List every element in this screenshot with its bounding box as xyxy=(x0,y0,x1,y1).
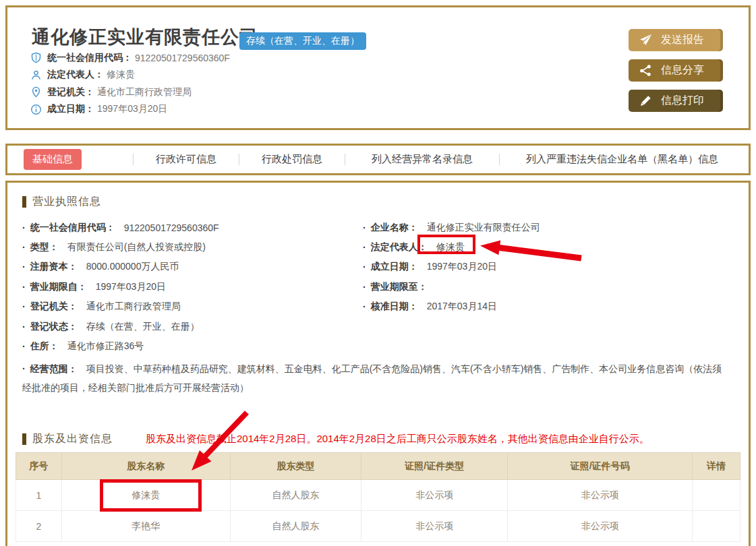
pencil-icon xyxy=(639,94,652,107)
field-registered-capital: 注册资本：8000.000000万人民币 xyxy=(22,257,359,277)
tab-divider xyxy=(345,154,345,165)
registry-label: 登记机关： xyxy=(47,86,94,98)
cell-detail xyxy=(693,480,740,511)
tab-divider xyxy=(499,154,500,165)
business-license-section-title: 营业执照信息 xyxy=(22,195,101,209)
cell-cert-type: 非公示项 xyxy=(361,480,508,511)
cell-index: 1 xyxy=(16,480,62,511)
field-term-to: 营业期限至： xyxy=(363,277,743,297)
cell-shareholder-name: 李艳华 xyxy=(61,511,230,542)
paper-plane-icon xyxy=(639,34,652,47)
col-header-index: 序号 xyxy=(16,453,62,480)
registry-value: 通化市工商行政管理局 xyxy=(97,86,192,98)
table-row: 1 修涞贵 自然人股东 非公示项 非公示项 xyxy=(16,480,740,511)
company-info-list: 统一社会信用代码： 91220501729560360F 法定代表人： 修涞贵 … xyxy=(30,49,230,118)
cell-cert-type: 非公示项 xyxy=(361,511,508,542)
cell-shareholder-type: 自然人股东 xyxy=(230,480,361,511)
cell-shareholder-name: 修涞贵 xyxy=(61,480,230,511)
cell-cert-number: 非公示项 xyxy=(508,511,693,542)
field-registry-authority: 登记机关：通化市工商行政管理局 xyxy=(22,297,359,317)
shareholders-section-title: 股东及出资信息 股东及出资信息截止2014年2月28日。2014年2月28日之后… xyxy=(22,432,649,446)
print-info-button[interactable]: 信息打印 xyxy=(629,90,723,112)
page-title: 通化修正实业有限责任公司 xyxy=(32,25,258,49)
cell-cert-number: 非公示项 xyxy=(508,480,693,511)
col-header-cert-type: 证照/证件类型 xyxy=(361,453,508,480)
shareholders-notice: 股东及出资信息截止2014年2月28日。2014年2月28日之后工商只公示股东姓… xyxy=(146,433,649,446)
legal-rep-value: 修涞贵 xyxy=(107,69,135,81)
action-buttons: 发送报告 信息分享 信息打印 xyxy=(629,29,723,120)
field-business-scope: 经营范围：项目投资、中草药种植及药品研究、建筑材料、五金电料、化工产品(不含危险… xyxy=(22,359,731,397)
share-info-button[interactable]: 信息分享 xyxy=(629,59,723,82)
field-registration-status: 登记状态：存续（在营、开业、在册） xyxy=(22,317,359,336)
send-report-button[interactable]: 发送报告 xyxy=(629,29,723,51)
col-header-shareholder-type: 股东类型 xyxy=(230,453,361,480)
cell-detail xyxy=(693,511,740,542)
status-badge: 存续（在营、开业、在册） xyxy=(239,32,366,50)
tab-admin-penalty[interactable]: 行政处罚信息 xyxy=(262,153,322,166)
field-term-from: 营业期限自：1997年03月20日 xyxy=(22,277,359,297)
license-left-column: 统一社会信用代码：91220501729560360F 类型：有限责任公司(自然… xyxy=(22,218,359,357)
field-company-name: 企业名称：通化修正实业有限责任公司 xyxy=(363,218,743,237)
field-company-type: 类型：有限责任公司(自然人投资或控股) xyxy=(22,237,359,257)
location-icon xyxy=(30,86,42,98)
person-icon xyxy=(30,69,42,81)
cell-shareholder-type: 自然人股东 xyxy=(230,511,361,542)
table-row: 2 李艳华 自然人股东 非公示项 非公示项 xyxy=(16,511,740,542)
info-icon xyxy=(30,104,42,115)
shield-icon xyxy=(30,52,42,63)
field-legal-rep: 法定代表人：修涞贵 xyxy=(363,237,743,257)
founded-value: 1997年03月20日 xyxy=(97,103,167,115)
legal-rep-row: 法定代表人： 修涞贵 xyxy=(30,67,230,84)
tab-divider xyxy=(239,154,239,165)
tab-divider xyxy=(133,154,134,165)
field-address: 住所：通化市修正路36号 xyxy=(22,336,359,356)
shareholders-table: 序号 股东名称 股东类型 证照/证件类型 证照/证件号码 详情 1 修涞贵 自然… xyxy=(16,452,740,542)
license-info-grid: 统一社会信用代码：91220501729560360F 类型：有限责任公司(自然… xyxy=(22,218,743,357)
license-right-column: 企业名称：通化修正实业有限责任公司 法定代表人：修涞贵 成立日期：1997年03… xyxy=(363,218,743,317)
tab-blacklist[interactable]: 列入严重违法失信企业名单（黑名单）信息 xyxy=(526,153,718,166)
col-header-shareholder-name: 股东名称 xyxy=(61,453,230,480)
tab-abnormal-list[interactable]: 列入经营异常名录信息 xyxy=(372,153,473,166)
cell-index: 2 xyxy=(16,511,62,542)
share-icon xyxy=(639,64,652,77)
legal-rep-label: 法定代表人： xyxy=(47,69,104,81)
send-report-label: 发送报告 xyxy=(661,33,704,47)
print-info-label: 信息打印 xyxy=(661,94,704,108)
tab-bar: 基础信息 行政许可信息 行政处罚信息 列入经营异常名录信息 列入严重违法失信企业… xyxy=(5,144,751,175)
field-credit-code: 统一社会信用代码：91220501729560360F xyxy=(22,218,359,237)
credit-code-row: 统一社会信用代码： 91220501729560360F xyxy=(30,49,230,67)
field-founded-date: 成立日期：1997年03月20日 xyxy=(363,257,743,277)
registry-row: 登记机关： 通化市工商行政管理局 xyxy=(30,84,230,101)
credit-code-label: 统一社会信用代码： xyxy=(47,52,132,64)
tab-admin-license[interactable]: 行政许可信息 xyxy=(156,153,216,166)
share-info-label: 信息分享 xyxy=(661,63,704,78)
founded-row: 成立日期： 1997年03月20日 xyxy=(30,101,230,119)
field-approval-date: 核准日期：2017年03月14日 xyxy=(363,297,743,317)
col-header-cert-number: 证照/证件号码 xyxy=(508,453,693,480)
section-title-bar xyxy=(22,433,26,445)
col-header-detail: 详情 xyxy=(693,453,740,480)
company-header-card: 通化修正实业有限责任公司 存续（在营、开业、在册） 统一社会信用代码： 9122… xyxy=(5,5,751,130)
tab-basic-info[interactable]: 基础信息 xyxy=(24,149,82,170)
content-card: 营业执照信息 统一社会信用代码：91220501729560360F 类型：有限… xyxy=(5,181,751,546)
section-title-bar xyxy=(22,196,26,208)
table-header-row: 序号 股东名称 股东类型 证照/证件类型 证照/证件号码 详情 xyxy=(16,453,740,480)
founded-label: 成立日期： xyxy=(47,103,94,115)
credit-code-value: 91220501729560360F xyxy=(135,53,230,63)
